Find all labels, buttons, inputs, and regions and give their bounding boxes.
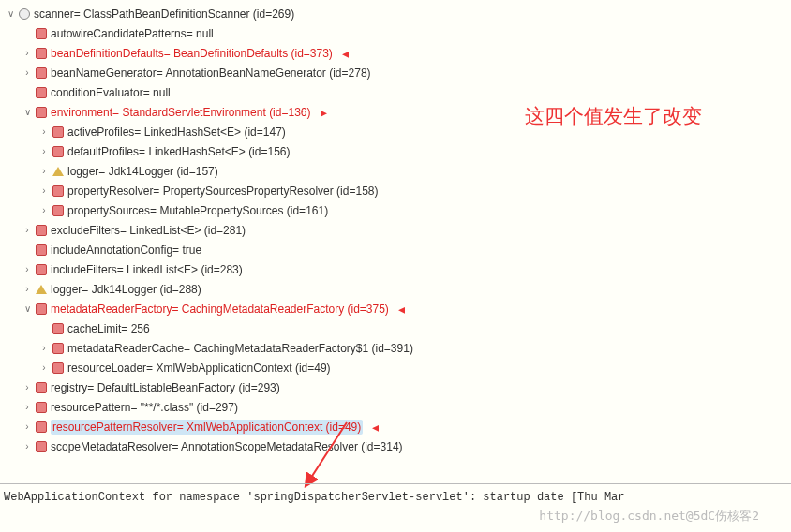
node-label: scopeMetadataResolver= AnnotationScopeMe… — [51, 440, 403, 453]
expander-icon[interactable]: › — [37, 126, 51, 137]
tree-row[interactable]: › beanDefinitionDefaults= BeanDefinition… — [4, 43, 791, 63]
node-label: resourceLoader= XmlWebApplicationContext… — [67, 362, 331, 375]
node-label: excludeFilters= LinkedList<E> (id=281) — [51, 224, 246, 237]
changed-marker-icon: ▸ — [321, 105, 327, 120]
object-icon — [19, 8, 30, 20]
tree-row[interactable]: includeAnnotationConfig= true — [4, 240, 791, 259]
tree-row[interactable]: › excludeFilters= LinkedList<E> (id=281) — [4, 220, 791, 240]
expander-icon[interactable]: › — [37, 166, 51, 176]
field-icon — [36, 107, 47, 118]
node-label: includeAnnotationConfig= true — [51, 244, 201, 257]
tree-row[interactable]: autowireCandidatePatterns= null — [4, 23, 791, 43]
inherited-field-icon — [52, 167, 64, 176]
separator — [0, 483, 791, 484]
console-output: WebApplicationContext for namespace 'spr… — [0, 491, 791, 504]
tree-row-metadata[interactable]: ∨ metadataReaderFactory= CachingMetadata… — [4, 299, 791, 318]
tree-row[interactable]: › resourceLoader= XmlWebApplicationConte… — [4, 358, 791, 377]
changed-marker-icon: ◂ — [398, 302, 405, 317]
field-icon — [52, 362, 64, 374]
tree-row[interactable]: › registry= DefaultListableBeanFactory (… — [4, 377, 791, 397]
expander-icon[interactable]: ∨ — [4, 8, 17, 19]
tree-row-scanner[interactable]: ∨ scanner= ClassPathBeanDefinitionScanne… — [4, 4, 791, 23]
node-label: metadataReaderCache= CachingMetadataRead… — [67, 342, 413, 355]
expander-icon[interactable]: › — [21, 421, 34, 432]
field-icon — [36, 382, 47, 393]
node-label: activeProfiles= LinkedHashSet<E> (id=147… — [67, 126, 286, 139]
tree-row[interactable]: › metadataReaderCache= CachingMetadataRe… — [4, 338, 791, 358]
field-icon — [36, 441, 47, 452]
tree-row[interactable]: cacheLimit= 256 — [4, 318, 791, 338]
tree-row[interactable]: › resourcePattern= "**/*.class" (id=297) — [4, 397, 791, 417]
expander-icon[interactable]: › — [21, 264, 34, 274]
node-label: resourcePatternResolver= XmlWebApplicati… — [51, 420, 363, 435]
node-label: cacheLimit= 256 — [67, 322, 150, 335]
node-label: defaultProfiles= LinkedHashSet<E> (id=15… — [67, 145, 291, 158]
field-icon — [52, 126, 64, 138]
field-icon — [36, 244, 47, 256]
node-label: logger= Jdk14Logger (id=157) — [67, 165, 218, 178]
expander-icon[interactable]: › — [21, 48, 34, 58]
field-icon — [36, 48, 47, 59]
node-label: propertySources= MutablePropertySources … — [67, 204, 328, 217]
tree-row-resourcepattern[interactable]: › resourcePatternResolver= XmlWebApplica… — [4, 417, 791, 436]
node-label: autowireCandidatePatterns= null — [51, 27, 214, 40]
changed-marker-icon: ◂ — [342, 46, 349, 61]
expander-icon[interactable]: › — [21, 402, 34, 412]
field-icon — [36, 67, 47, 79]
node-label: propertyResolver= PropertySourcesPropert… — [67, 185, 378, 198]
node-label: includeFilters= LinkedList<E> (id=283) — [51, 263, 243, 276]
tree-row[interactable]: › includeFilters= LinkedList<E> (id=283) — [4, 259, 791, 279]
expander-icon[interactable]: › — [37, 343, 51, 353]
tree-row[interactable]: › logger= Jdk14Logger (id=157) — [4, 161, 791, 181]
expander-icon[interactable]: › — [37, 205, 51, 215]
tree-row[interactable]: › logger= Jdk14Logger (id=288) — [4, 279, 791, 299]
variables-tree: ∨ scanner= ClassPathBeanDefinitionScanne… — [0, 0, 791, 456]
changed-marker-icon: ◂ — [372, 420, 379, 435]
node-label: beanDefinitionDefaults= BeanDefinitionDe… — [51, 47, 333, 60]
expander-icon[interactable]: › — [37, 146, 51, 156]
expander-icon[interactable]: › — [21, 225, 34, 235]
field-icon — [36, 421, 47, 433]
inherited-field-icon — [36, 285, 47, 294]
tree-row[interactable]: › propertyResolver= PropertySourcesPrope… — [4, 181, 791, 200]
expander-icon[interactable]: › — [21, 67, 34, 78]
node-label: beanNameGenerator= AnnotationBeanNameGen… — [51, 66, 371, 80]
expander-icon[interactable]: › — [21, 441, 34, 451]
field-icon — [52, 205, 64, 216]
node-label: metadataReaderFactory= CachingMetadataRe… — [51, 303, 389, 316]
field-icon — [52, 185, 64, 197]
node-label: scanner= ClassPathBeanDefinitionScanner … — [34, 7, 294, 21]
expander-icon[interactable]: ∨ — [21, 303, 34, 314]
tree-row[interactable]: › propertySources= MutablePropertySource… — [4, 200, 791, 220]
expander-icon[interactable]: › — [21, 284, 34, 294]
node-label: registry= DefaultListableBeanFactory (id… — [51, 381, 280, 394]
node-label: resourcePattern= "**/*.class" (id=297) — [51, 401, 238, 414]
annotation-text: 这四个值发生了改变 — [525, 103, 702, 129]
field-icon — [36, 28, 47, 39]
node-label: logger= Jdk14Logger (id=288) — [51, 283, 201, 296]
field-icon — [52, 146, 64, 157]
watermark-text: http://blog.csdn.net@5dC伤核客2 — [539, 508, 759, 525]
tree-row[interactable]: › defaultProfiles= LinkedHashSet<E> (id=… — [4, 141, 791, 161]
field-icon — [36, 303, 47, 315]
field-icon — [36, 87, 47, 98]
field-icon — [52, 323, 64, 334]
expander-icon[interactable]: ∨ — [21, 107, 34, 117]
node-label: environment= StandardServletEnvironment … — [51, 106, 311, 119]
tree-row[interactable]: conditionEvaluator= null — [4, 82, 791, 102]
field-icon — [36, 225, 47, 236]
field-icon — [52, 343, 64, 354]
expander-icon[interactable]: › — [37, 185, 51, 196]
expander-icon[interactable]: › — [21, 382, 34, 392]
tree-row[interactable]: › beanNameGenerator= AnnotationBeanNameG… — [4, 63, 791, 82]
tree-row[interactable]: › scopeMetadataResolver= AnnotationScope… — [4, 436, 791, 456]
node-label: conditionEvaluator= null — [51, 86, 171, 99]
expander-icon[interactable]: › — [37, 362, 51, 373]
field-icon — [36, 264, 47, 275]
field-icon — [36, 402, 47, 413]
